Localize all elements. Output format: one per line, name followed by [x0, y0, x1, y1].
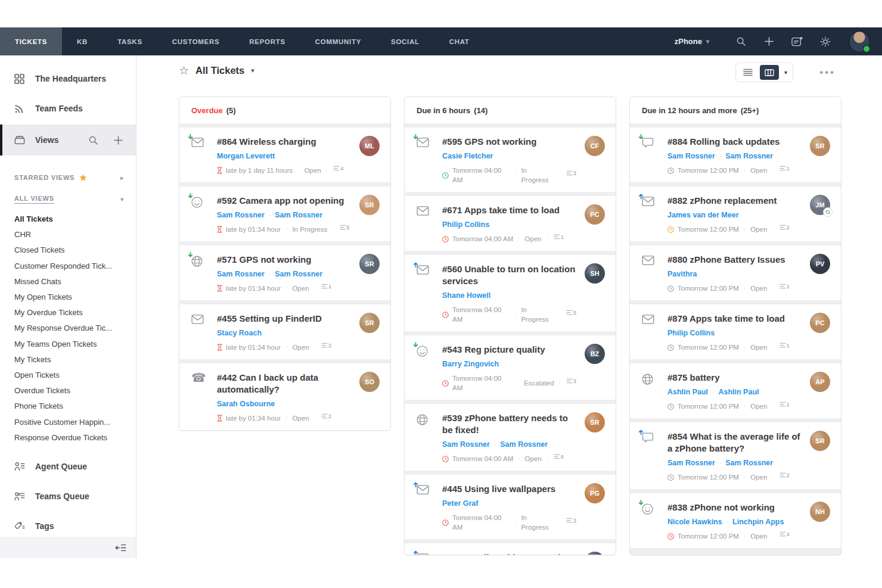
ticket-card[interactable]: #560 Unable to turn on location services… — [405, 255, 616, 331]
sidebar-item-team-feeds[interactable]: Team Feeds — [0, 94, 136, 123]
contact-link[interactable]: Sam Rossner — [217, 270, 265, 278]
sidebar-view-item[interactable]: Open Tickets — [0, 368, 136, 383]
ticket-card[interactable]: #838 zPhone not working Nicole Hawkins·L… — [630, 493, 841, 548]
contact-link[interactable]: Philip Collins — [442, 220, 489, 229]
sidebar-view-item[interactable]: Positive Customer Happin... — [0, 415, 136, 430]
sidebar-item-agent-queue[interactable]: Agent Queue — [0, 452, 136, 481]
sidebar-view-item[interactable]: Closed Tickets — [0, 242, 136, 258]
collapse-sidebar-icon[interactable] — [115, 544, 126, 552]
ticket-card[interactable]: ☎ #442 Can I back up data automatically?… — [179, 363, 390, 430]
chevron-down-icon[interactable]: ▾ — [251, 67, 254, 74]
search-icon[interactable] — [727, 37, 755, 46]
contact-link[interactable]: Sam Rossner — [275, 211, 322, 219]
ticket-card[interactable]: #879 Apps take time to load Philip Colli… — [630, 304, 841, 359]
ticket-title[interactable]: #445 Using live wallpapers — [442, 483, 576, 495]
sidebar-item-views[interactable]: Views — [0, 125, 136, 155]
contact-link[interactable]: Nicole Hawkins — [667, 518, 722, 526]
sidebar-item-teams-queue[interactable]: Teams Queue — [0, 481, 136, 511]
contact-link[interactable]: Morgan Leverett — [217, 152, 275, 160]
contact-link[interactable]: Sam Rossner — [500, 440, 548, 449]
ticket-card[interactable]: #884 Rolling back updates Sam Rossner·Sa… — [630, 127, 841, 182]
nav-tab-reports[interactable]: REPORTS — [234, 27, 300, 55]
ticket-card[interactable]: #571 GPS not working Sam Rossner·Sam Ros… — [179, 245, 390, 300]
sidebar-view-item[interactable]: Missed Chats — [0, 274, 136, 290]
notifications-icon[interactable] — [783, 36, 811, 47]
nav-tab-kb[interactable]: KB — [62, 27, 103, 55]
contact-link[interactable]: Sarah Osbourne — [217, 400, 275, 408]
ticket-title[interactable]: #882 zPhone replacement — [667, 195, 801, 207]
contact-link[interactable]: Sam Rossner — [217, 211, 265, 219]
ticket-title[interactable]: #864 Wireless charging — [217, 136, 350, 148]
sidebar-view-item[interactable]: All Tickets — [0, 211, 136, 227]
contact-link[interactable]: Sam Rossner — [667, 152, 715, 160]
nav-tab-chat[interactable]: CHAT — [434, 27, 485, 55]
ticket-card[interactable]: #452 Sending video to another zPhone Raj… — [405, 543, 616, 555]
nav-tab-tasks[interactable]: TASKS — [103, 27, 157, 55]
chevron-right-icon[interactable]: ▸ — [120, 175, 124, 181]
ticket-card[interactable]: #671 Apps take time to load Philip Colli… — [405, 196, 616, 251]
ticket-title[interactable]: #854 What is the average life of a zPhon… — [667, 431, 801, 455]
contact-link[interactable]: Stacy Roach — [217, 329, 262, 337]
page-title[interactable]: All Tickets — [195, 65, 244, 76]
ticket-card[interactable]: #445 Using live wallpapers Peter Graf To… — [405, 475, 616, 539]
sidebar-view-item[interactable]: Response Overdue Tickets — [0, 430, 136, 446]
more-options-button[interactable]: ••• — [819, 67, 836, 79]
ticket-title[interactable]: #880 zPhone Battery Issues — [667, 254, 801, 266]
chevron-down-icon[interactable]: ▾ — [120, 196, 124, 203]
sidebar-view-item[interactable]: Customer Responded Tick... — [0, 259, 136, 274]
ticket-title[interactable]: #595 GPS not working — [442, 136, 576, 148]
contact-link[interactable]: James van der Meer — [667, 211, 739, 219]
ticket-title[interactable]: #560 Unable to turn on location services — [442, 263, 576, 287]
nav-tab-social[interactable]: SOCIAL — [376, 27, 434, 55]
ticket-title[interactable]: #875 battery — [667, 372, 801, 384]
user-avatar[interactable] — [849, 31, 870, 52]
contact-link[interactable]: Ashlin Paul — [718, 388, 759, 396]
ticket-card[interactable]: #455 Setting up FinderID Stacy Roach lat… — [179, 304, 390, 359]
contact-link[interactable]: Philip Collins — [667, 329, 715, 337]
add-icon[interactable] — [755, 37, 783, 46]
contact-link[interactable]: Sam Rossner — [725, 459, 773, 467]
ticket-card[interactable]: #595 GPS not working Casie Fletcher Tomo… — [405, 127, 616, 192]
ticket-card[interactable]: #864 Wireless charging Morgan Leverett l… — [179, 127, 390, 182]
sidebar-view-item[interactable]: My Teams Open Tickets — [0, 337, 136, 352]
contact-link[interactable]: Sam Rossner — [725, 152, 773, 160]
ticket-title[interactable]: #455 Setting up FinderID — [217, 313, 350, 325]
contact-link[interactable]: Peter Graf — [442, 499, 478, 508]
ticket-card[interactable]: #854 What is the average life of a zPhon… — [630, 422, 841, 489]
nav-tab-customers[interactable]: CUSTOMERS — [157, 27, 235, 55]
ticket-title[interactable]: #543 Reg picture quality — [442, 344, 576, 356]
sidebar-view-item[interactable]: My Tickets — [0, 352, 136, 368]
gear-icon[interactable] — [811, 36, 839, 47]
contact-link[interactable]: Pavithra — [667, 270, 697, 278]
ticket-title[interactable]: #539 zPhone battery needs to be fixed! — [442, 412, 576, 436]
department-selector[interactable]: zPhone ▾ — [675, 37, 709, 46]
sidebar-view-item[interactable]: My Open Tickets — [0, 290, 136, 305]
nav-tab-community[interactable]: COMMUNITY — [300, 27, 376, 55]
kanban-view-button[interactable] — [760, 65, 779, 80]
sidebar-view-item[interactable]: My Overdue Tickets — [0, 305, 136, 321]
starred-views-section[interactable]: STARRED VIEWS★ ▸ — [0, 170, 136, 185]
contact-link[interactable]: Ashlin Paul — [667, 388, 708, 396]
ticket-title[interactable]: #452 Sending video to another zPhone — [442, 552, 576, 555]
ticket-title[interactable]: #442 Can I back up data automatically? — [217, 372, 350, 396]
ticket-card[interactable]: #882 zPhone replacement James van der Me… — [630, 186, 841, 241]
ticket-card[interactable]: #592 Camera app not opening Sam Rossner·… — [179, 186, 390, 241]
all-views-section[interactable]: ALL VIEWS ▾ — [0, 191, 136, 207]
ticket-card[interactable]: #543 Reg picture quality Barry Zingovich… — [405, 335, 616, 400]
ticket-card[interactable]: #880 zPhone Battery Issues Pavithra Tomo… — [630, 245, 841, 300]
view-search-icon[interactable] — [89, 136, 98, 145]
sidebar-view-item[interactable]: Phone Tickets — [0, 399, 136, 414]
contact-link[interactable]: Sam Rossner — [275, 270, 322, 278]
ticket-title[interactable]: #884 Rolling back updates — [667, 136, 801, 148]
list-view-button[interactable] — [738, 65, 757, 80]
star-outline-icon[interactable]: ☆ — [179, 64, 189, 77]
contact-link[interactable]: Casie Fletcher — [442, 152, 493, 160]
sidebar-view-item[interactable]: CHR — [0, 227, 136, 242]
ticket-title[interactable]: #592 Camera app not opening — [217, 195, 350, 207]
contact-link[interactable]: Linchpin Apps — [732, 518, 784, 526]
nav-tab-tickets[interactable]: TICKETS — [0, 27, 62, 55]
sidebar-view-item[interactable]: My Response Overdue Tic... — [0, 321, 136, 336]
contact-link[interactable]: Sam Rossner — [667, 459, 715, 467]
sidebar-item-the-headquarters[interactable]: The Headquarters — [0, 64, 136, 94]
contact-link[interactable]: Barry Zingovich — [442, 360, 499, 368]
